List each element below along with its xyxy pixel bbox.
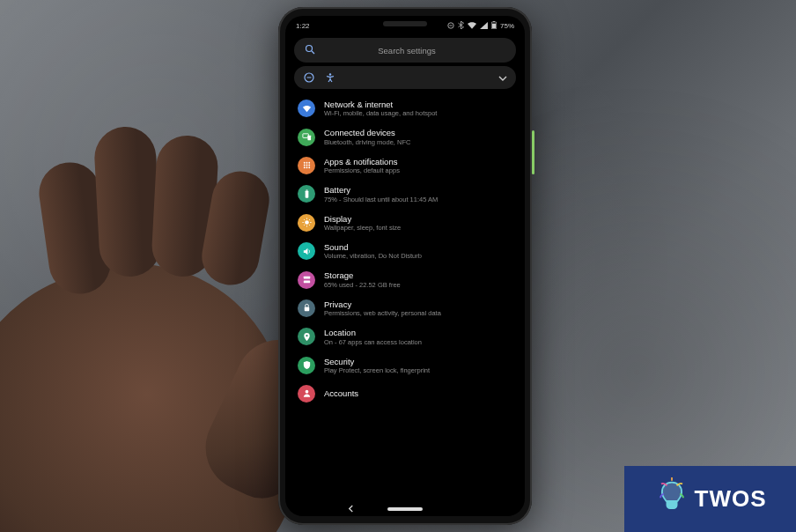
settings-item-title: Display (324, 214, 401, 224)
svg-rect-22 (306, 189, 307, 190)
watermark-logo: TWOS (624, 466, 796, 532)
location-icon (298, 328, 315, 345)
sidebar-item-display[interactable]: Display Wallpaper, sleep, font size (291, 209, 520, 237)
settings-item-subtitle: 65% used - 22.52 GB free (324, 281, 401, 289)
expand-icon[interactable] (498, 73, 507, 83)
settings-item-subtitle: On - 67 apps can access location (324, 338, 422, 346)
search-placeholder: Search settings (324, 46, 505, 55)
sidebar-item-sound[interactable]: Sound Volume, vibration, Do Not Disturb (291, 237, 520, 265)
settings-item-title: Location (324, 328, 422, 337)
sound-icon (298, 242, 315, 260)
svg-line-31 (309, 219, 310, 220)
sidebar-item-security[interactable]: Security Play Protect, screen lock, fing… (291, 351, 520, 380)
svg-rect-3 (492, 24, 496, 29)
sidebar-item-storage[interactable]: Storage 65% used - 22.52 GB free (291, 265, 520, 293)
svg-rect-4 (493, 21, 495, 22)
lightbulb-icon (654, 477, 689, 521)
settings-list: Network & internet Wi-Fi, mobile, data u… (285, 94, 525, 408)
wifi-icon (468, 22, 476, 31)
sidebar-item-privacy[interactable]: Privacy Permissions, web activity, perso… (291, 294, 520, 322)
settings-item-title: Storage (324, 270, 401, 280)
svg-point-16 (306, 165, 307, 166)
svg-rect-32 (303, 277, 309, 279)
shield-icon (298, 357, 315, 374)
svg-rect-21 (305, 190, 308, 197)
settings-item-title: Connected devices (324, 128, 410, 137)
settings-item-title: Sound (324, 242, 422, 252)
svg-point-23 (305, 220, 309, 225)
suggestion-strip[interactable] (294, 66, 516, 89)
svg-line-29 (309, 225, 310, 225)
svg-point-19 (306, 167, 307, 169)
svg-point-35 (306, 335, 307, 336)
settings-item-title: Security (324, 357, 430, 366)
status-time: 1:22 (296, 22, 310, 30)
settings-item-subtitle: Play Protect, screen lock, fingerprint (324, 366, 430, 374)
accessibility-chip-icon[interactable] (324, 71, 336, 84)
dnd-chip-icon[interactable] (303, 71, 315, 84)
svg-point-5 (306, 46, 313, 52)
svg-point-12 (303, 162, 305, 164)
wifi-icon (298, 100, 315, 117)
settings-item-title: Network & internet (324, 100, 437, 109)
accounts-icon (298, 385, 315, 403)
svg-line-6 (312, 51, 314, 54)
dnd-icon (447, 22, 454, 31)
home-pill[interactable] (387, 507, 423, 511)
signal-icon (480, 22, 488, 31)
settings-item-title: Accounts (324, 388, 358, 398)
navigation-bar (285, 504, 525, 513)
svg-point-17 (308, 165, 310, 166)
sidebar-item-accounts[interactable]: Accounts (291, 380, 520, 408)
phone-frame: 1:22 75% (278, 7, 532, 525)
search-icon (305, 44, 315, 56)
bluetooth-icon (458, 21, 464, 31)
apps-icon (298, 157, 315, 174)
settings-item-subtitle: Wallpaper, sleep, font size (324, 224, 401, 232)
logo-text: TWOS (695, 485, 767, 513)
sidebar-item-apps[interactable]: Apps & notifications Permissions, defaul… (291, 151, 520, 180)
sidebar-item-network[interactable]: Network & internet Wi-Fi, mobile, data u… (291, 94, 520, 122)
settings-item-subtitle: 75% - Should last until about 11:45 AM (324, 196, 438, 203)
battery-icon (298, 185, 315, 203)
settings-item-subtitle: Bluetooth, driving mode, NFC (324, 138, 410, 146)
sidebar-item-battery[interactable]: Battery 75% - Should last until about 11… (291, 180, 520, 208)
svg-point-9 (329, 73, 331, 75)
settings-item-title: Apps & notifications (324, 157, 400, 166)
svg-line-30 (304, 225, 305, 225)
svg-rect-34 (304, 307, 309, 312)
svg-line-28 (304, 219, 305, 220)
settings-item-subtitle: Volume, vibration, Do Not Disturb (324, 252, 422, 260)
svg-rect-10 (302, 134, 307, 138)
privacy-icon (298, 299, 315, 317)
sidebar-item-devices[interactable]: Connected devices Bluetooth, driving mod… (291, 122, 520, 151)
svg-point-18 (303, 167, 305, 169)
svg-point-20 (308, 167, 310, 169)
settings-item-title: Privacy (324, 299, 441, 309)
display-icon (298, 214, 315, 232)
storage-icon (298, 271, 315, 289)
settings-item-subtitle: Wi-Fi, mobile, data usage, and hotspot (324, 109, 437, 117)
battery-icon (491, 21, 497, 31)
phone-screen: 1:22 75% (285, 16, 525, 516)
speaker-notch (383, 21, 427, 26)
svg-point-14 (308, 162, 310, 164)
svg-rect-11 (307, 136, 311, 141)
search-settings-bar[interactable]: Search settings (294, 38, 516, 63)
sidebar-item-location[interactable]: Location On - 67 apps can access locatio… (291, 322, 520, 351)
svg-point-13 (306, 162, 307, 164)
back-button[interactable] (347, 505, 355, 514)
svg-point-36 (305, 390, 308, 394)
battery-percentage: 75% (500, 22, 514, 30)
devices-icon (298, 129, 315, 146)
settings-item-subtitle: Permissions, web activity, personal data (324, 309, 441, 317)
svg-rect-33 (303, 280, 309, 283)
settings-item-subtitle: Permissions, default apps (324, 166, 400, 174)
settings-item-title: Battery (324, 185, 438, 195)
svg-point-15 (303, 165, 305, 166)
